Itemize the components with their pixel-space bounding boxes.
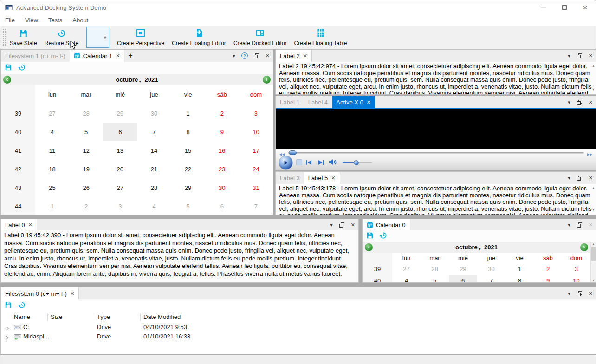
maximize-button[interactable] [554,0,575,14]
calendar-day-cell[interactable]: 6 [205,197,239,215]
add-tab-button[interactable]: + [124,50,136,62]
calendar-day-cell[interactable]: 5 [171,197,205,215]
close-panel-icon[interactable]: ✕ [589,96,593,108]
tab-label-4[interactable]: Label 4 [304,96,332,108]
scroll-down-icon[interactable]: ▼ [592,86,595,93]
prev-month-button[interactable]: ‹ [3,76,11,84]
tab-menu-icon[interactable]: ▾ [568,96,570,108]
calendar-day-cell[interactable]: 1 [35,197,69,215]
tab-menu-icon[interactable]: ▾ [568,287,570,299]
column-header-type[interactable]: Type [97,313,110,320]
previous-button[interactable] [305,160,312,167]
scrollbar-thumb[interactable] [591,247,596,261]
restore-icon[interactable] [18,64,26,72]
volume-thumb[interactable] [354,160,359,165]
calendar-day-cell[interactable]: 7 [477,275,505,283]
close-tab-icon[interactable]: ✕ [28,222,32,228]
close-panel-icon[interactable]: ✕ [266,50,270,62]
scroll-up-icon[interactable]: ▲ [592,63,595,70]
close-tab-icon[interactable]: ✕ [116,53,120,59]
tab-label-5[interactable]: Label 5 ✕ [304,172,340,184]
calendar-day-cell[interactable]: 31 [239,178,273,197]
calendar-day-cell[interactable]: 15 [171,141,205,160]
calendar-day-cell[interactable]: 10 [239,123,273,141]
close-panel-icon[interactable]: ✕ [589,287,593,299]
stop-button[interactable] [296,159,302,165]
calendar-day-cell[interactable]: 7 [239,197,273,215]
calendar-day-cell[interactable]: 4 [392,275,421,283]
table-row[interactable]: Midaspl...Drive01/10/2021 16:33 [1,332,596,341]
calendar-day-cell[interactable]: 14 [137,141,171,160]
calendar-day-cell[interactable]: 27 [103,178,137,197]
calendar-day-cell[interactable]: 30 [477,263,505,275]
seek-thumb[interactable] [289,150,297,155]
perspective-combo[interactable]: ˅ [86,27,109,48]
calendar-day-cell[interactable]: 29 [171,178,205,197]
volume-slider[interactable] [343,162,372,163]
play-button[interactable] [279,156,293,170]
calendar-day-cell[interactable]: 12 [69,141,103,160]
video-area[interactable] [276,109,596,149]
column-header-size[interactable]: Size [51,313,62,320]
restore-icon[interactable] [18,301,26,310]
calendar-day-cell[interactable]: 30 [137,104,171,123]
calendar-day-cell[interactable]: 4 [137,197,171,215]
calendar-day-cell[interactable]: 11 [35,141,69,160]
tab-calendar-0[interactable]: Calendar 0 [363,219,410,230]
calendar-day-cell[interactable]: 19 [69,160,103,178]
calendar-day-cell[interactable]: 13 [103,141,137,160]
close-panel-icon[interactable]: ✕ [589,50,593,62]
seek-slider[interactable] [288,152,584,154]
calendar-day-cell[interactable]: 2 [205,104,239,123]
tab-menu-icon[interactable]: ▾ [568,50,570,62]
table-row[interactable]: C:Drive04/10/2021 9:53 [1,323,596,332]
calendar-day-cell[interactable]: 24 [239,160,273,178]
seek-forward-icon[interactable] [587,151,593,158]
menu-view[interactable]: View [25,17,38,24]
calendar-day-cell[interactable]: 2 [534,263,562,275]
close-panel-icon[interactable]: ✕ [589,172,593,184]
calendar-day-cell[interactable]: 21 [137,160,171,178]
create-docked-editor-button[interactable]: Create Docked Editor [230,26,291,49]
menu-file[interactable]: File [5,17,15,24]
column-separator[interactable] [140,313,141,321]
toolbar-drag-handle[interactable] [2,28,6,47]
calendar-day-cell[interactable]: 4 [35,123,69,141]
calendar-day-cell[interactable]: 23 [205,160,239,178]
calendar-day-cell[interactable]: 2 [69,197,103,215]
calendar-day-cell[interactable]: 5 [421,275,449,283]
column-header-date-modified[interactable]: Date Modified [143,313,181,320]
calendar-day-cell[interactable]: 8 [171,123,205,141]
close-tab-icon[interactable]: ✕ [303,53,307,59]
tab-menu-icon[interactable]: ▾ [568,219,570,230]
calendar-day-cell[interactable]: 26 [69,178,103,197]
tab-menu-icon[interactable]: ▾ [568,172,570,184]
calendar-day-cell[interactable]: 29 [103,104,137,123]
restore-icon[interactable] [380,232,387,240]
create-floating-table-button[interactable]: Create Floating Table [291,26,351,49]
tab-label-2[interactable]: Label 2 ✕ [276,50,312,62]
minimize-button[interactable] [533,0,554,14]
volume-icon[interactable] [329,159,338,167]
tab-label-0[interactable]: Label 0 ✕ [1,219,37,230]
calendar-day-cell[interactable]: 28 [421,263,449,275]
close-tab-icon[interactable]: ✕ [367,99,371,105]
calendar-day-cell[interactable]: 3 [103,197,137,215]
scroll-down-icon[interactable]: ▼ [592,207,595,214]
tab-menu-icon[interactable]: ▾ [233,50,235,62]
calendar-day-cell[interactable]: 3 [239,104,273,123]
vertical-scrollbar[interactable]: ▲ ▼ [590,242,596,282]
calendar-day-cell[interactable]: 9 [205,123,239,141]
menu-tests[interactable]: Tests [48,17,62,24]
tab-filesystem-1[interactable]: Filesystem 1 (c+ m- f-) [1,50,70,62]
tab-label-3[interactable]: Label 3 [276,172,304,184]
float-icon[interactable] [577,172,582,184]
calendar-day-cell[interactable]: 1 [505,263,534,275]
help-icon[interactable]: ? [241,52,248,59]
create-perspective-button[interactable]: Create Perspective [113,26,168,49]
calendar-day-cell[interactable]: 8 [505,275,534,283]
create-floating-editor-button[interactable]: Create Floating Editor [168,26,230,49]
float-icon[interactable] [577,96,582,108]
calendar-day-cell[interactable]: 28 [137,178,171,197]
column-separator[interactable] [47,313,48,321]
